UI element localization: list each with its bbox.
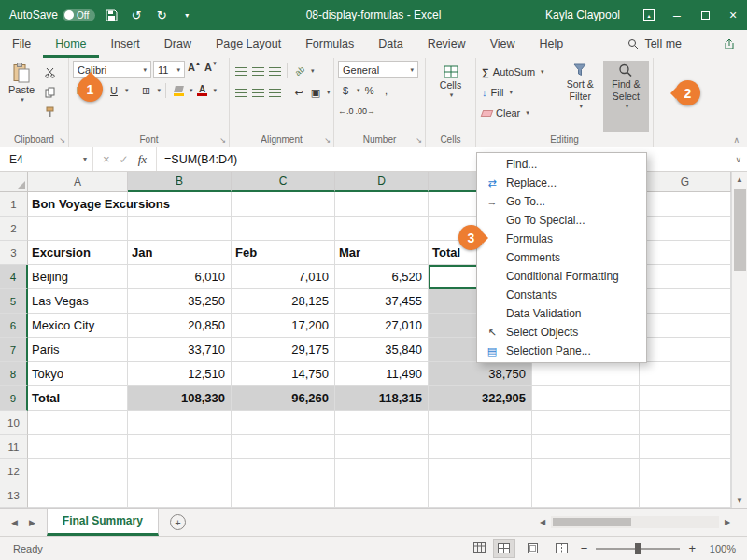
clear-button[interactable]: Clear▾ [480,104,557,122]
zoom-slider[interactable] [596,548,680,550]
merge-dropdown-icon[interactable]: ▾ [327,89,331,96]
cell-B8[interactable]: 12,510 [128,362,232,386]
menu-item-comments[interactable]: Comments [477,248,646,267]
ribbon-tab-page-layout[interactable]: Page Layout [204,30,293,58]
align-right-icon[interactable] [267,84,282,101]
cell-G9[interactable] [640,386,731,411]
sheet-tab-final-summary[interactable]: Final Summary [47,509,159,536]
ribbon-tab-draw[interactable]: Draw [152,30,204,58]
tell-me-box[interactable]: Tell me [627,37,682,50]
currency-dropdown-icon[interactable]: ▾ [357,87,360,94]
minimize-button[interactable]: – [663,0,691,30]
redo-button[interactable]: ↻ [152,4,171,26]
horizontal-scrollbar[interactable]: ◀ ▶ [536,516,747,528]
align-top-icon[interactable] [233,63,248,79]
decrease-font-icon[interactable]: A▼ [204,62,218,78]
share-icon[interactable] [723,37,736,50]
cell-C10[interactable] [232,411,335,435]
cell-A6[interactable]: Mexico City [28,314,128,338]
cell-C1[interactable] [232,192,335,217]
cell-A10[interactable] [28,411,128,435]
horizontal-scroll-thumb[interactable] [553,518,631,526]
column-header-a[interactable]: A [28,172,128,192]
cell-D4[interactable]: 6,520 [335,265,429,289]
cell-A3[interactable]: Excursion [28,241,128,265]
sort-filter-button[interactable]: Sort & Filter ▾ [557,61,603,132]
vertical-scrollbar[interactable]: ▲ ▼ [731,172,747,508]
column-header-c[interactable]: C [232,172,335,192]
autosum-button[interactable]: ∑AutoSum▾ [480,63,557,81]
menu-item-replace[interactable]: ⇄Replace... [477,174,646,192]
align-left-icon[interactable] [233,84,248,101]
cell-G10[interactable] [640,411,731,435]
cell-D6[interactable]: 27,010 [335,314,429,338]
cell-D3[interactable]: Mar [335,241,429,265]
cell-A2[interactable] [28,217,128,241]
cell-F9[interactable] [532,386,640,411]
number-format-select[interactable]: General▾ [338,61,418,78]
cell-B7[interactable]: 33,710 [128,338,232,362]
formula-bar-expand-icon[interactable]: ∨ [735,155,741,164]
cell-A7[interactable]: Paris [28,338,128,362]
cell-D8[interactable]: 11,490 [335,362,429,386]
cell-B12[interactable] [128,459,232,483]
row-header-5[interactable]: 5 [0,289,28,314]
borders-icon[interactable]: ⊞ [139,82,154,99]
row-header-4[interactable]: 4 [0,265,28,289]
orientation-icon[interactable]: ab [292,63,307,79]
cell-B4[interactable]: 6,010 [128,265,232,289]
underline-button[interactable]: U [106,82,121,99]
sheet-nav-right-icon[interactable]: ▶ [29,518,35,527]
merge-center-icon[interactable]: ▣ [308,84,323,101]
menu-item-selection-pane[interactable]: ▤Selection Pane... [477,342,646,360]
zoom-slider-thumb[interactable] [635,543,641,554]
cell-F11[interactable] [532,435,640,459]
scroll-up-icon[interactable]: ▲ [736,172,743,187]
row-header-7[interactable]: 7 [0,338,28,362]
cell-B6[interactable]: 20,850 [128,314,232,338]
cell-G6[interactable] [640,314,731,338]
cell-E9[interactable]: 322,905 [429,386,532,411]
row-header-3[interactable]: 3 [0,241,28,265]
cells-button[interactable]: Cells ▾ [428,63,474,99]
cell-C5[interactable]: 28,125 [232,289,335,314]
scroll-down-icon[interactable]: ▼ [736,493,743,508]
cell-B5[interactable]: 35,250 [128,289,232,314]
insert-function-icon[interactable]: fx [138,152,147,167]
name-box[interactable]: E4 ▾ [0,147,93,171]
fill-button[interactable]: ↓Fill▾ [480,83,557,102]
cell-C12[interactable] [232,459,335,483]
fill-color-icon[interactable] [171,82,186,99]
cell-G3[interactable] [640,241,731,265]
vertical-scroll-thumb[interactable] [734,189,746,271]
cell-G12[interactable] [640,459,731,483]
scroll-right-icon[interactable]: ▶ [721,518,734,526]
cell-B3[interactable]: Jan [128,241,232,265]
qat-customize-icon[interactable]: ▾ [177,4,196,26]
paste-button[interactable]: Paste ▾ [4,61,39,132]
font-color-dropdown-icon[interactable]: ▾ [214,87,218,94]
format-painter-button[interactable] [42,104,57,120]
cell-G1[interactable] [640,192,731,217]
paste-dropdown-icon[interactable]: ▾ [21,96,24,104]
scroll-left-icon[interactable]: ◀ [536,518,549,526]
cell-C4[interactable]: 7,010 [232,265,335,289]
cut-button[interactable] [42,64,57,81]
font-size-select[interactable]: 11▾ [153,61,185,78]
formula-input[interactable]: =SUM(B4:D4) [157,153,747,166]
align-center-icon[interactable] [250,84,265,101]
row-header-10[interactable]: 10 [0,411,28,435]
cell-A1[interactable]: Bon Voyage Excursions [28,192,128,217]
cancel-icon[interactable]: × [103,152,110,166]
cell-C8[interactable]: 14,750 [232,362,335,386]
cell-F8[interactable] [532,362,640,386]
row-header-13[interactable]: 13 [0,483,28,508]
cell-C9[interactable]: 96,260 [232,386,335,411]
cell-D7[interactable]: 35,840 [335,338,429,362]
alignment-dialog-launcher[interactable]: ↘ [324,136,331,145]
column-header-d[interactable]: D [335,172,429,192]
font-color-icon[interactable]: A [195,82,210,99]
cell-C7[interactable]: 29,175 [232,338,335,362]
align-bottom-icon[interactable] [267,63,282,79]
percent-icon[interactable]: % [362,82,377,99]
